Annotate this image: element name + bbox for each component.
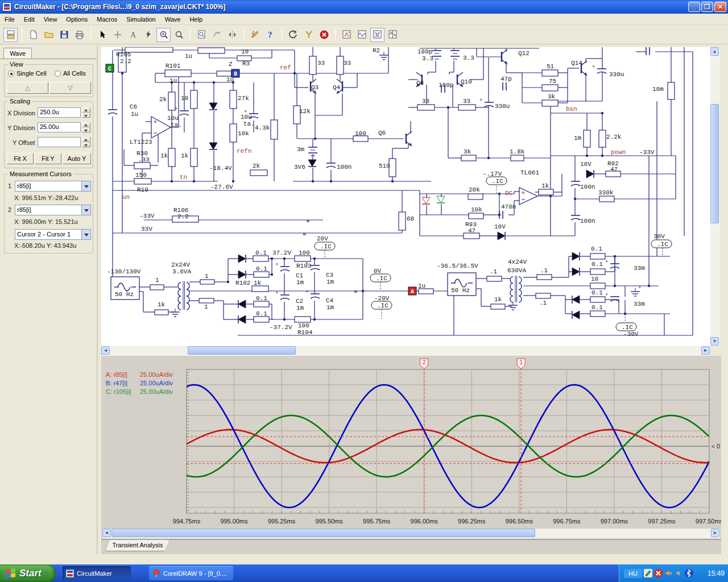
cell-down-button[interactable]: ▽ bbox=[49, 82, 91, 94]
svg-text:Q6: Q6 bbox=[378, 130, 386, 136]
schematic-canvas[interactable]: ++++++++++ .IC .IC .IC .IC .IC .IC A B C… bbox=[101, 47, 710, 346]
schematic-vertical-scrollbar[interactable]: ▲ ▼ bbox=[710, 47, 720, 346]
digital-scope-button[interactable] bbox=[340, 28, 354, 42]
cursor1-signal-combo[interactable]: r85[i] bbox=[15, 181, 91, 192]
zoom-area-button[interactable] bbox=[156, 28, 171, 42]
system-tray: HU 15:49 bbox=[619, 564, 728, 582]
svg-text:R102: R102 bbox=[235, 280, 250, 286]
tablet-pen-icon[interactable] bbox=[644, 569, 652, 577]
security-alert-icon[interactable] bbox=[654, 569, 663, 577]
schematic-horizontal-scrollbar[interactable]: ◄ ► bbox=[101, 346, 710, 356]
scroll-down-icon[interactable]: ▼ bbox=[710, 337, 719, 346]
restore-button[interactable]: ❐ bbox=[701, 2, 713, 12]
radio-single-cell[interactable]: Single Cell bbox=[8, 70, 47, 77]
edit-simulation-button[interactable] bbox=[248, 28, 262, 42]
chevron-down-icon[interactable] bbox=[81, 205, 90, 215]
svg-text:330u: 330u bbox=[609, 71, 624, 78]
cursor2-signal-combo[interactable]: r85[i] bbox=[15, 205, 91, 215]
taskbar-task-circuitmaker[interactable]: CircuitMaker bbox=[63, 566, 131, 580]
svg-text:0.1: 0.1 bbox=[591, 246, 602, 252]
taskbar-task-coreldraw[interactable]: CorelDRAW 9 - [9_0.... bbox=[149, 566, 233, 580]
svg-text:0.1: 0.1 bbox=[592, 261, 603, 268]
multi-scope-button[interactable] bbox=[370, 28, 384, 42]
toolbar: A? bbox=[0, 26, 728, 44]
scroll-thumb[interactable] bbox=[188, 346, 296, 355]
radio-all-cells[interactable]: All Cells bbox=[55, 70, 86, 77]
save-button[interactable] bbox=[57, 28, 71, 42]
chip-browse-button[interactable] bbox=[3, 28, 18, 42]
cursor-diff-combo[interactable]: Cursor 2 - Cursor 1 bbox=[15, 229, 91, 240]
minimize-button[interactable]: _ bbox=[688, 2, 700, 12]
chevron-down-icon[interactable] bbox=[81, 181, 90, 191]
language-indicator[interactable]: HU bbox=[624, 569, 642, 578]
mirror-button[interactable] bbox=[225, 28, 239, 42]
bluetooth-icon[interactable] bbox=[685, 569, 693, 577]
new-document-button[interactable] bbox=[26, 28, 40, 42]
open-folder-button[interactable] bbox=[42, 28, 56, 42]
auto-y-button[interactable]: Auto Y bbox=[63, 153, 91, 164]
volume-icon[interactable] bbox=[664, 569, 673, 577]
fit-y-button[interactable]: Fit Y bbox=[35, 153, 61, 164]
menu-item-options[interactable]: Options bbox=[61, 15, 92, 24]
waveform-plot[interactable]: 12994.75ms995.00ms995.25ms995.50ms995.75… bbox=[101, 356, 721, 527]
help-button[interactable]: ? bbox=[263, 28, 278, 42]
rotate-button[interactable] bbox=[210, 28, 224, 42]
menu-item-file[interactable]: File bbox=[0, 15, 19, 24]
reset-button[interactable] bbox=[286, 28, 300, 42]
analog-scope-button[interactable] bbox=[355, 28, 369, 42]
taskbar-clock: 15:49 bbox=[708, 569, 725, 577]
legend-row: C: r105[i]25.00uA/div bbox=[106, 388, 173, 396]
scroll-right-icon[interactable]: ► bbox=[711, 529, 719, 537]
stop-button[interactable] bbox=[317, 28, 331, 42]
svg-text:bsn: bsn bbox=[566, 106, 577, 113]
svg-text:C3: C3 bbox=[326, 272, 333, 278]
probe-button[interactable] bbox=[301, 28, 316, 42]
x-division-spinner[interactable] bbox=[82, 107, 90, 118]
scroll-up-icon[interactable]: ▲ bbox=[710, 47, 719, 56]
menu-item-macros[interactable]: Macros bbox=[92, 15, 122, 24]
svg-text:33V: 33V bbox=[141, 226, 152, 232]
text-tool-button[interactable]: A bbox=[126, 28, 140, 42]
svg-text:3.6VA: 3.6VA bbox=[172, 268, 191, 275]
svg-text:1k: 1k bbox=[160, 152, 168, 159]
print-button[interactable] bbox=[72, 28, 86, 42]
svg-text:+: + bbox=[175, 106, 177, 112]
plot-horizontal-scrollbar[interactable]: ◄ ► bbox=[102, 529, 720, 538]
scroll-thumb[interactable] bbox=[111, 529, 535, 537]
menu-item-help[interactable]: Help bbox=[185, 15, 207, 24]
muted-speaker-icon[interactable] bbox=[675, 569, 683, 577]
scroll-left-icon[interactable]: ◄ bbox=[101, 346, 110, 355]
y-offset-spinner[interactable] bbox=[82, 137, 90, 147]
menu-item-simulation[interactable]: Simulation bbox=[122, 15, 160, 24]
x-division-field[interactable]: 250.0u bbox=[38, 107, 81, 118]
scaling-group-title: Scaling bbox=[8, 98, 32, 105]
cell-up-button[interactable]: △ bbox=[7, 82, 48, 94]
start-button[interactable]: Start bbox=[0, 564, 56, 582]
split-scope-button[interactable] bbox=[386, 28, 400, 42]
fit-x-button[interactable]: Fit X bbox=[7, 153, 34, 164]
page-preview-icon bbox=[197, 30, 207, 40]
svg-text:330k: 330k bbox=[598, 189, 614, 196]
cursor-button[interactable] bbox=[95, 28, 109, 42]
scroll-left-icon[interactable]: ◄ bbox=[102, 529, 111, 537]
y-offset-field[interactable] bbox=[38, 137, 81, 147]
menu-item-view[interactable]: View bbox=[39, 15, 62, 24]
page-preview-button[interactable] bbox=[195, 28, 209, 42]
chevron-down-icon[interactable] bbox=[81, 230, 90, 239]
zoom-button[interactable] bbox=[172, 28, 186, 42]
svg-text:3k: 3k bbox=[548, 93, 556, 100]
y-division-field[interactable]: 25.00u bbox=[38, 122, 81, 132]
wire-tool-button[interactable] bbox=[110, 28, 125, 42]
scroll-right-icon[interactable]: ► bbox=[701, 346, 710, 355]
tab-transient-analysis[interactable]: Transient Analysis bbox=[106, 540, 169, 551]
delete-tool-button[interactable] bbox=[141, 28, 155, 42]
scroll-thumb[interactable] bbox=[710, 104, 719, 223]
menu-item-wave[interactable]: Wave bbox=[160, 15, 185, 24]
svg-text:10k: 10k bbox=[471, 206, 482, 213]
svg-text:R103: R103 bbox=[296, 263, 311, 269]
x-axis-tick: 995.25ms bbox=[268, 518, 296, 525]
close-button[interactable]: ✕ bbox=[714, 2, 726, 12]
y-division-spinner[interactable] bbox=[82, 122, 90, 132]
menu-item-edit[interactable]: Edit bbox=[19, 15, 39, 24]
tab-wave[interactable]: Wave bbox=[3, 48, 32, 59]
